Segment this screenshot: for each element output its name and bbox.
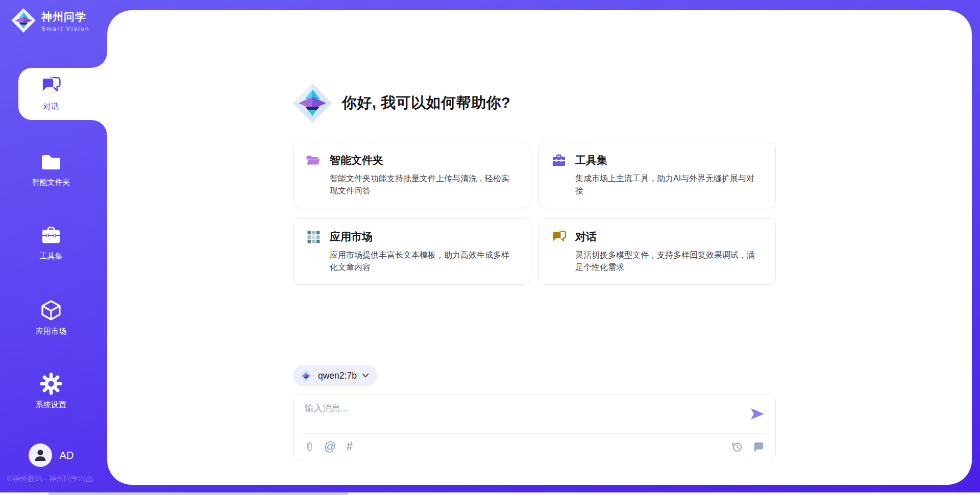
history-clock-icon <box>731 441 743 453</box>
grid-icon <box>306 229 321 244</box>
at-icon: @ <box>324 440 336 454</box>
composer: @ # <box>293 394 776 460</box>
brand-logo-icon <box>10 7 37 34</box>
sidebar-item-chat[interactable]: 对话 <box>0 73 102 112</box>
mention-button[interactable]: @ <box>324 440 336 454</box>
send-icon <box>750 407 765 420</box>
message-input[interactable] <box>293 394 775 433</box>
sidebar-item-settings[interactable]: 系统设置 <box>0 372 102 410</box>
card-smart-folder[interactable]: 智能文件夹 智能文件夹功能支持批量文件上传与清洗，轻松实现文件问答 <box>293 142 530 208</box>
avatar <box>29 443 52 467</box>
card-title: 对话 <box>575 230 597 244</box>
card-toolset[interactable]: 工具集 集成市场上主流工具，助力AI与外界无缝扩展与对接 <box>538 142 776 208</box>
main-panel: 你好, 我可以如何帮助你? 智能文件夹 智能文件夹功能支持批量文件上传与清洗，轻… <box>107 10 972 485</box>
model-logo-icon <box>299 369 313 383</box>
quick-phrase-button[interactable] <box>753 442 764 452</box>
card-app-market[interactable]: 应用市场 应用市场提供丰富长文本模板，助力高效生成多样化文章内容 <box>293 218 530 285</box>
brand-title: 神州问学 <box>41 10 90 24</box>
sidebar-item-label: 应用市场 <box>36 327 66 336</box>
feature-cards: 智能文件夹 智能文件夹功能支持批量文件上传与清洗，轻松实现文件问答 <box>293 142 776 285</box>
copyright-text: ©神州数码 · 神州问学出品 <box>7 474 93 484</box>
model-name: qwen2:7b <box>318 370 357 381</box>
card-title: 应用市场 <box>330 230 373 244</box>
sidebar-item-label: 对话 <box>43 102 59 112</box>
brand-subtitle: Smart Vision <box>41 26 90 32</box>
chat-icon <box>39 73 63 97</box>
chevron-down-icon <box>362 373 369 378</box>
scrollbar-thumb[interactable] <box>48 492 349 495</box>
topic-button[interactable]: # <box>346 440 353 454</box>
card-description: 灵活切换多模型文件，支持多样回复效果调试，满足个性化需求 <box>575 249 762 274</box>
sidebar: 神州问学 Smart Vision 对话 智能文件夹 <box>0 0 107 495</box>
sidebar-item-folders[interactable]: 智能文件夹 <box>0 150 102 187</box>
chat-icon <box>551 229 567 244</box>
tab-fillet-bottom <box>92 120 107 135</box>
card-description: 应用市场提供丰富长文本模板，助力高效生成多样化文章内容 <box>330 249 517 274</box>
card-description: 集成市场上主流工具，助力AI与外界无缝扩展与对接 <box>575 172 762 197</box>
sidebar-item-tools[interactable]: 工具集 <box>0 224 102 261</box>
model-selector[interactable]: qwen2:7b <box>293 365 377 386</box>
briefcase-icon <box>551 153 567 168</box>
briefcase-icon <box>39 224 63 247</box>
composer-toolbar: @ # <box>293 434 775 460</box>
brand: 神州问学 Smart Vision <box>10 7 90 34</box>
user-profile[interactable]: AD <box>0 443 102 467</box>
person-icon <box>32 447 49 464</box>
card-description: 智能文件夹功能支持批量文件上传与清洗，轻松实现文件问答 <box>330 172 517 197</box>
folder-icon <box>39 150 63 173</box>
sidebar-item-label: 工具集 <box>40 252 63 261</box>
cube-icon <box>39 299 63 322</box>
paperclip-icon <box>305 441 314 453</box>
history-button[interactable] <box>731 441 743 453</box>
hash-icon: # <box>346 440 353 454</box>
greeting-row: 你好, 我可以如何帮助你? <box>291 82 510 125</box>
folder-open-icon <box>306 153 321 168</box>
card-chat[interactable]: 对话 灵活切换多模型文件，支持多样回复效果调试，满足个性化需求 <box>538 218 776 285</box>
chat-bubble-icon <box>753 442 764 452</box>
horizontal-scrollbar[interactable] <box>0 492 980 495</box>
tab-fillet-top <box>92 53 107 68</box>
sidebar-item-market[interactable]: 应用市场 <box>0 299 102 336</box>
card-title: 工具集 <box>575 153 607 167</box>
attach-file-button[interactable] <box>305 441 314 453</box>
send-button[interactable] <box>749 407 766 422</box>
greeting-title: 你好, 我可以如何帮助你? <box>342 93 510 113</box>
sidebar-item-label: 系统设置 <box>36 400 66 410</box>
user-initials: AD <box>60 450 74 461</box>
assistant-logo-icon <box>291 82 334 125</box>
gear-icon <box>39 372 63 395</box>
card-title: 智能文件夹 <box>330 153 383 167</box>
composer-dock: qwen2:7b <box>293 365 776 460</box>
sidebar-item-label: 智能文件夹 <box>32 178 70 187</box>
